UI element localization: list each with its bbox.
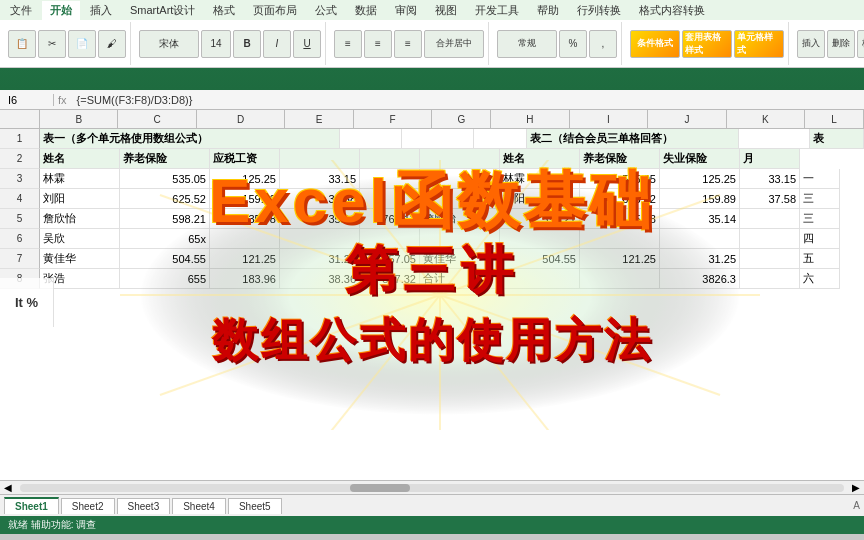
tab-smartart[interactable]: SmartArt设计: [122, 1, 203, 20]
bold-btn[interactable]: B: [233, 30, 261, 58]
cell-d7[interactable]: 121.25: [210, 249, 280, 269]
cell-d5[interactable]: 135.78: [210, 209, 280, 229]
cell-f7[interactable]: 657.05: [360, 249, 420, 269]
font-name-btn[interactable]: 宋体: [139, 30, 199, 58]
formula-content[interactable]: {=SUM((F3:F8)/D3:D8)}: [71, 94, 199, 106]
col-header-g[interactable]: G: [432, 110, 491, 128]
italic-btn[interactable]: I: [263, 30, 291, 58]
tab-home[interactable]: 开始: [42, 1, 80, 20]
cell-d4[interactable]: 159.89: [210, 189, 280, 209]
cell-l3[interactable]: 一: [800, 169, 840, 189]
tab-view[interactable]: 视图: [427, 1, 465, 20]
col-header-l[interactable]: L: [805, 110, 864, 128]
cell-c5[interactable]: 598.21: [120, 209, 210, 229]
cell-b4[interactable]: 刘阳: [40, 189, 120, 209]
tab-data[interactable]: 数据: [347, 1, 385, 20]
cell-b7[interactable]: 黄佳华: [40, 249, 120, 269]
tab-pagelayout[interactable]: 页面布局: [245, 1, 305, 20]
cell-l6[interactable]: 四: [800, 229, 840, 249]
cell-c4[interactable]: 625.52: [120, 189, 210, 209]
cell-b1[interactable]: 表一（多个单元格使用数组公式）: [40, 129, 340, 149]
cell-j2[interactable]: 失业保险: [660, 149, 740, 169]
underline-btn[interactable]: U: [293, 30, 321, 58]
cell-j7[interactable]: 31.25: [660, 249, 740, 269]
tab-dev[interactable]: 开发工具: [467, 1, 527, 20]
cell-b3[interactable]: 林霖: [40, 169, 120, 189]
percent-btn[interactable]: %: [559, 30, 587, 58]
table-format-btn[interactable]: 套用表格样式: [682, 30, 732, 58]
cell-c6[interactable]: 65x: [120, 229, 210, 249]
col-header-k[interactable]: K: [727, 110, 805, 128]
horizontal-scrollbar[interactable]: ◀ ▶: [0, 480, 864, 494]
cell-h3[interactable]: 林霖: [500, 169, 580, 189]
cell-e4[interactable]: 37.58: [280, 189, 360, 209]
sheet-tab-3[interactable]: Sheet3: [117, 498, 171, 514]
col-header-j[interactable]: J: [648, 110, 726, 128]
cell-e7[interactable]: 31.25: [280, 249, 360, 269]
col-header-d[interactable]: D: [197, 110, 285, 128]
cell-f8[interactable]: 877.32: [360, 269, 420, 289]
paste-btn[interactable]: 📋: [8, 30, 36, 58]
cell-e3[interactable]: 33.15: [280, 169, 360, 189]
cell-c7[interactable]: 504.55: [120, 249, 210, 269]
sheet-tab-5[interactable]: Sheet5: [228, 498, 282, 514]
cell-j4[interactable]: 159.89: [660, 189, 740, 209]
col-header-c[interactable]: C: [118, 110, 196, 128]
insert-cell-btn[interactable]: 插入: [797, 30, 825, 58]
cell-j3[interactable]: 125.25: [660, 169, 740, 189]
format-painter-btn[interactable]: 🖌: [98, 30, 126, 58]
cell-k3[interactable]: 33.15: [740, 169, 800, 189]
cell-styles-btn[interactable]: 单元格样式: [734, 30, 784, 58]
cell-i5[interactable]: 135.78: [580, 209, 660, 229]
scroll-thumb[interactable]: [350, 484, 410, 492]
cell-reference[interactable]: I6: [4, 94, 54, 106]
cell-h1[interactable]: 表二（结合会员三单格回答）: [527, 129, 739, 149]
tab-file[interactable]: 文件: [2, 1, 40, 20]
sheet-tab-2[interactable]: Sheet2: [61, 498, 115, 514]
cell-k2[interactable]: 月: [740, 149, 800, 169]
merge-btn[interactable]: 合并居中: [424, 30, 484, 58]
cell-g8[interactable]: 合计: [420, 269, 500, 289]
align-left-btn[interactable]: ≡: [334, 30, 362, 58]
cell-j5[interactable]: 35.14: [660, 209, 740, 229]
format-cell-btn[interactable]: 格式: [857, 30, 864, 58]
cell-l4[interactable]: 三: [800, 189, 840, 209]
tab-insert[interactable]: 插入: [82, 1, 120, 20]
cell-j8[interactable]: 3826.3: [660, 269, 740, 289]
tab-rowcol[interactable]: 行列转换: [569, 1, 629, 20]
delete-cell-btn[interactable]: 删除: [827, 30, 855, 58]
cell-l7[interactable]: 五: [800, 249, 840, 269]
cell-i7[interactable]: 121.25: [580, 249, 660, 269]
cell-e5[interactable]: 35.14: [280, 209, 360, 229]
cell-c3[interactable]: 535.05: [120, 169, 210, 189]
number-format-btn[interactable]: 常规: [497, 30, 557, 58]
col-header-h[interactable]: H: [491, 110, 569, 128]
cell-i3[interactable]: 535.05: [580, 169, 660, 189]
cell-l1[interactable]: 表: [810, 129, 864, 149]
cell-h2[interactable]: 姓名: [500, 149, 580, 169]
cell-g5[interactable]: 詹欣怡: [420, 209, 500, 229]
cell-d3[interactable]: 125.25: [210, 169, 280, 189]
cell-k4[interactable]: 37.58: [740, 189, 800, 209]
cell-e8[interactable]: 38.36: [280, 269, 360, 289]
cell-i2[interactable]: 养老保险: [580, 149, 660, 169]
tab-format[interactable]: 格式: [205, 1, 243, 20]
cell-i4[interactable]: 625.52: [580, 189, 660, 209]
cell-l8[interactable]: 六: [800, 269, 840, 289]
tab-formatcontent[interactable]: 格式内容转换: [631, 1, 713, 20]
cell-d2[interactable]: 应税工资: [210, 149, 280, 169]
copy-btn[interactable]: 📄: [68, 30, 96, 58]
comma-btn[interactable]: ,: [589, 30, 617, 58]
cell-c8[interactable]: 655: [120, 269, 210, 289]
cell-f5[interactable]: 769.13: [360, 209, 420, 229]
cut-btn[interactable]: ✂: [38, 30, 66, 58]
cell-d8[interactable]: 183.96: [210, 269, 280, 289]
cell-h4[interactable]: 刘阳: [500, 189, 580, 209]
conditional-format-btn[interactable]: 条件格式: [630, 30, 680, 58]
cell-b2[interactable]: 姓名: [40, 149, 120, 169]
cell-b6[interactable]: 吴欣: [40, 229, 120, 249]
sheet-tab-4[interactable]: Sheet4: [172, 498, 226, 514]
col-header-i[interactable]: I: [570, 110, 648, 128]
cell-h7[interactable]: 504.55: [500, 249, 580, 269]
cell-c2[interactable]: 养老保险: [120, 149, 210, 169]
